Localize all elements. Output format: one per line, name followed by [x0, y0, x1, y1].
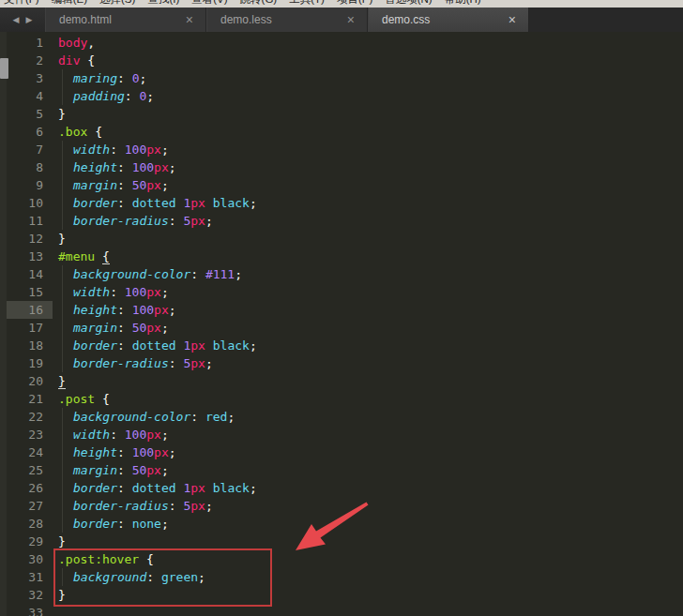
code-text[interactable]: } [58, 372, 683, 390]
menu-item[interactable]: 查找(I) [147, 0, 179, 7]
code-line-25[interactable]: 25margin: 50px; [0, 461, 683, 479]
code-text[interactable]: height: 100px; [58, 443, 683, 461]
code-text[interactable]: #menu { [58, 248, 683, 265]
tab-demo.css[interactable]: demo.css× [368, 8, 529, 32]
menu-item[interactable]: 编辑(E) [52, 0, 87, 7]
code-line-27[interactable]: 27border-radius: 5px; [0, 497, 683, 515]
code-token: ; [161, 285, 169, 299]
code-token: : [190, 410, 205, 424]
code-line-28[interactable]: 28border: none; [0, 515, 683, 533]
code-line-13[interactable]: 13#menu { [0, 248, 683, 265]
menu-item[interactable]: 首选项(N) [385, 0, 432, 7]
code-line-18[interactable]: 18border: dotted 1px black; [0, 337, 683, 354]
code-text[interactable]: background-color: red; [58, 408, 683, 426]
code-line-26[interactable]: 26border: dotted 1px black; [0, 479, 683, 497]
code-line-3[interactable]: 3maring: 0; [0, 69, 683, 87]
code-line-6[interactable]: 6.box { [0, 123, 683, 141]
code-token: } [58, 534, 66, 548]
code-text[interactable]: width: 100px; [58, 283, 683, 301]
code-text[interactable]: border: dotted 1px black; [58, 479, 683, 497]
line-number: 32 [0, 586, 53, 604]
code-text[interactable]: height: 100px; [58, 301, 683, 319]
nav-back-icon[interactable]: ◀ [13, 15, 20, 24]
line-number: 30 [0, 550, 53, 568]
code-line-24[interactable]: 24height: 100px; [0, 443, 683, 461]
code-token: : [117, 321, 132, 335]
code-line-19[interactable]: 19border-radius: 5px; [0, 354, 683, 372]
code-line-8[interactable]: 8height: 100px; [0, 158, 683, 176]
tab-close-icon[interactable]: × [344, 11, 357, 28]
code-text[interactable]: div { [58, 52, 683, 69]
code-token: : [125, 89, 140, 103]
code-text[interactable]: body, [58, 34, 683, 52]
code-line-14[interactable]: 14background-color: #111; [0, 265, 683, 283]
menu-item[interactable]: 跳转(G) [240, 0, 278, 7]
code-line-4[interactable]: 4padding: 0; [0, 87, 683, 105]
code-text[interactable]: border: none; [58, 515, 683, 533]
code-text[interactable]: width: 100px; [58, 426, 683, 443]
menu-item[interactable]: 文件(F) [4, 0, 39, 7]
code-token: { [102, 249, 110, 264]
code-line-10[interactable]: 10border: dotted 1px black; [0, 194, 683, 212]
code-line-9[interactable]: 9margin: 50px; [0, 176, 683, 194]
code-line-23[interactable]: 23width: 100px; [0, 426, 683, 443]
tab-close-icon[interactable]: × [183, 11, 196, 28]
code-text[interactable]: } [58, 230, 683, 248]
tab-demo.html[interactable]: demo.html× [45, 8, 206, 32]
code-token: : [169, 214, 184, 228]
code-text[interactable]: border-radius: 5px; [58, 354, 683, 372]
code-token: .post [58, 392, 95, 406]
code-text[interactable]: } [58, 105, 683, 123]
left-scroll-thumb[interactable] [0, 58, 8, 79]
menu-item[interactable]: 项目(P) [337, 0, 372, 7]
code-line-17[interactable]: 17margin: 50px; [0, 319, 683, 337]
code-token: .box [58, 125, 87, 139]
line-number: 11 [0, 212, 53, 230]
code-text[interactable]: maring: 0; [58, 69, 683, 87]
menu-item[interactable]: 工具(T) [289, 0, 325, 7]
nav-forward-icon[interactable]: ▶ [26, 15, 33, 24]
code-editor[interactable]: 1body,2div {3maring: 0;4padding: 0;5}6.b… [0, 32, 683, 616]
code-text[interactable]: width: 100px; [58, 141, 683, 158]
code-token: } [58, 232, 66, 246]
code-text[interactable]: margin: 50px; [58, 176, 683, 194]
code-line-11[interactable]: 11border-radius: 5px; [0, 212, 683, 230]
code-text[interactable]: .post { [58, 390, 683, 408]
code-text[interactable]: border: dotted 1px black; [58, 337, 683, 354]
code-token: px [146, 321, 161, 335]
line-number: 16 [0, 301, 53, 319]
code-text[interactable]: height: 100px; [58, 158, 683, 176]
code-line-22[interactable]: 22background-color: red; [0, 408, 683, 426]
code-text[interactable]: background-color: #111; [58, 265, 683, 283]
code-line-12[interactable]: 12} [0, 230, 683, 248]
code-text[interactable]: margin: 50px; [58, 319, 683, 337]
menu-item[interactable]: 帮助(H) [445, 0, 481, 7]
code-line-21[interactable]: 21.post { [0, 390, 683, 408]
code-text[interactable]: padding: 0; [58, 87, 683, 105]
code-line-7[interactable]: 7width: 100px; [0, 141, 683, 158]
code-text[interactable]: border-radius: 5px; [58, 497, 683, 515]
code-token: px [146, 143, 161, 157]
code-token: px [154, 160, 169, 174]
code-text[interactable]: margin: 50px; [58, 461, 683, 479]
code-line-5[interactable]: 5} [0, 105, 683, 123]
code-line-16[interactable]: 16height: 100px; [0, 301, 683, 319]
code-token: : [169, 356, 184, 370]
menu-item[interactable]: 查看(V) [191, 0, 227, 7]
line-number: 31 [0, 568, 53, 586]
menu-item[interactable]: 选择(S) [99, 0, 135, 7]
code-token: 50 [132, 178, 147, 192]
code-line-20[interactable]: 20} [0, 372, 683, 390]
tab-demo.less[interactable]: demo.less× [206, 8, 368, 32]
tab-close-icon[interactable]: × [506, 11, 519, 28]
code-token: border-radius [73, 356, 169, 370]
code-text[interactable]: .box { [58, 123, 683, 141]
code-token: margin [73, 321, 117, 335]
code-line-15[interactable]: 15width: 100px; [0, 283, 683, 301]
code-text[interactable]: border-radius: 5px; [58, 212, 683, 230]
code-line-1[interactable]: 1body, [0, 34, 683, 52]
code-token: none [132, 517, 161, 531]
line-number: 7 [0, 141, 53, 158]
code-line-2[interactable]: 2div { [0, 52, 683, 69]
code-text[interactable]: border: dotted 1px black; [58, 194, 683, 212]
